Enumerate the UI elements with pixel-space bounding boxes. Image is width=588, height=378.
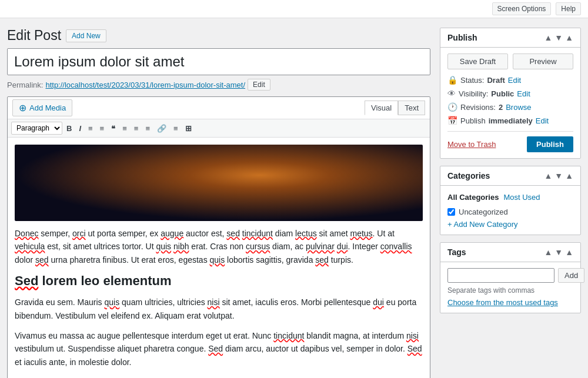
help-button[interactable]: Help (556, 2, 581, 15)
publish-box-title: Publish (447, 33, 477, 42)
categories-box-header: Categories ▲ ▼ ▲ (440, 166, 580, 186)
save-draft-button[interactable]: Save Draft (447, 53, 508, 69)
sidebar: Publish ▲ ▼ ▲ Save Draft Preview 🔒 Statu… (440, 28, 581, 378)
add-media-button[interactable]: ⊕ Add Media (12, 99, 72, 116)
publish-box-header: Publish ▲ ▼ ▲ (440, 28, 580, 48)
categories-box: Categories ▲ ▼ ▲ All Categories Most Use… (440, 166, 581, 235)
editor-paragraph-2: Gravida eu sem. Mauris quis quam ultrici… (15, 296, 423, 322)
visibility-edit-link[interactable]: Edit (517, 89, 530, 98)
post-title-input[interactable] (7, 48, 430, 75)
editor-box: ⊕ Add Media Visual Text Paragraph B I ≡ … (7, 96, 430, 378)
tags-box-header: Tags ▲ ▼ ▲ (440, 243, 580, 262)
ordered-list-button[interactable]: ≡ (97, 122, 108, 135)
screen-header: Screen Options Help (0, 0, 588, 18)
most-used-tab[interactable]: Most Used (503, 192, 544, 203)
categories-box-controls: ▲ ▼ ▲ (544, 171, 573, 180)
editor-paragraph-3: Vivamus eu massa ac augue pellentesque i… (15, 329, 423, 369)
align-center-button[interactable]: ≡ (131, 122, 142, 135)
editor-toolbar-top: ⊕ Add Media Visual Text (8, 97, 430, 119)
collapse-down-icon[interactable]: ▼ (554, 33, 563, 42)
choose-tags-link[interactable]: Choose from the most used tags (447, 298, 558, 307)
table-button[interactable]: ⊞ (182, 122, 195, 135)
preview-button[interactable]: Preview (513, 53, 573, 69)
unordered-list-button[interactable]: ≡ (85, 122, 96, 135)
revisions-browse-link[interactable]: Browse (506, 103, 531, 112)
revisions-row: 🕐 Revisions: 2 Browse (447, 102, 573, 112)
permalink-edit-button[interactable]: Edit (248, 79, 270, 91)
paragraph-select[interactable]: Paragraph (11, 122, 62, 135)
tags-hint: Separate tags with commas (447, 286, 573, 295)
add-new-category-link[interactable]: + Add New Category (447, 220, 573, 229)
page-title: Edit Post (7, 28, 61, 44)
status-edit-link[interactable]: Edit (508, 76, 521, 85)
publish-actions: Move to Trash Publish (447, 131, 573, 152)
tags-collapse-down[interactable]: ▼ (554, 247, 563, 257)
link-button[interactable]: 🔗 (154, 122, 169, 135)
publish-button[interactable]: Publish (527, 136, 573, 152)
publish-box-content: Save Draft Preview 🔒 Status: Draft Edit … (440, 48, 580, 158)
add-new-button[interactable]: Add New (66, 29, 106, 42)
tags-box-controls: ▲ ▼ ▲ (544, 247, 573, 257)
status-icon: 🔒 (447, 75, 457, 85)
category-label-uncategorized[interactable]: Uncategorized (459, 208, 508, 216)
status-row: 🔒 Status: Draft Edit (447, 75, 573, 85)
page-wrapper: Edit Post Add New Permalink: http://loca… (0, 18, 588, 378)
tags-collapse-up[interactable]: ▲ (544, 247, 552, 257)
more-button[interactable]: ≡ (171, 122, 181, 135)
add-media-icon: ⊕ (19, 102, 26, 113)
bold-button[interactable]: B (64, 122, 75, 135)
move-to-trash-link[interactable]: Move to Trash (447, 140, 496, 149)
categories-box-title: Categories (447, 171, 490, 180)
tags-box-content: Add Separate tags with commas Choose fro… (440, 262, 580, 313)
editor-image-inner (15, 145, 423, 221)
main-content: Edit Post Add New Permalink: http://loca… (7, 28, 430, 378)
blockquote-button[interactable]: ❝ (108, 122, 118, 135)
toggle-icon[interactable]: ▲ (565, 33, 573, 42)
editor-heading: Sed lorem leo elementum (15, 273, 423, 289)
text-tab[interactable]: Text (398, 101, 425, 115)
publish-time-icon: 📅 (447, 116, 457, 125)
publish-time-row: 📅 Publish immediately Edit (447, 116, 573, 125)
revisions-icon: 🕐 (447, 102, 457, 112)
publish-box: Publish ▲ ▼ ▲ Save Draft Preview 🔒 Statu… (440, 28, 581, 159)
categories-box-content: All Categories Most Used Uncategorized +… (440, 186, 580, 235)
permalink-row: Permalink: http://localhost/test/2023/03… (7, 79, 430, 91)
publish-time-edit-link[interactable]: Edit (536, 116, 549, 125)
categories-tabs: All Categories Most Used (447, 192, 573, 203)
category-checkbox-uncategorized[interactable] (447, 208, 455, 216)
tags-input[interactable] (447, 268, 554, 283)
tags-box: Tags ▲ ▼ ▲ Add Separate tags with commas… (440, 242, 581, 313)
visibility-row: 👁 Visibility: Public Edit (447, 89, 573, 98)
collapse-up-icon[interactable]: ▲ (544, 33, 552, 42)
page-title-row: Edit Post Add New (7, 28, 430, 44)
all-categories-tab[interactable]: All Categories (447, 192, 503, 203)
add-tag-button[interactable]: Add (558, 268, 584, 283)
editor-content[interactable]: Donec semper, orci ut porta semper, ex a… (8, 138, 430, 378)
screen-options-button[interactable]: Screen Options (492, 2, 552, 15)
categories-collapse-down[interactable]: ▼ (554, 171, 563, 180)
tags-input-row: Add (447, 268, 573, 283)
publish-buttons: Save Draft Preview (447, 53, 573, 69)
tags-box-title: Tags (447, 247, 466, 257)
tags-toggle[interactable]: ▲ (565, 247, 573, 257)
editor-format-bar: Paragraph B I ≡ ≡ ❝ ≡ ≡ ≡ 🔗 ≡ ⊞ (8, 119, 430, 138)
align-right-button[interactable]: ≡ (142, 122, 153, 135)
permalink-url[interactable]: http://localhost/test/2023/03/31/lorem-i… (45, 81, 245, 89)
publish-box-controls: ▲ ▼ ▲ (544, 33, 573, 42)
italic-button[interactable]: I (76, 122, 84, 135)
visual-text-tabs: Visual Text (365, 101, 425, 115)
categories-collapse-up[interactable]: ▲ (544, 171, 552, 180)
permalink-label: Permalink: (7, 81, 43, 89)
editor-paragraph-1: Donec semper, orci ut porta semper, ex a… (15, 227, 423, 266)
visual-tab[interactable]: Visual (365, 101, 398, 115)
visibility-icon: 👁 (447, 89, 456, 98)
align-left-button[interactable]: ≡ (119, 122, 130, 135)
category-item: Uncategorized (447, 208, 573, 216)
editor-image (15, 145, 423, 221)
categories-toggle[interactable]: ▲ (565, 171, 573, 180)
